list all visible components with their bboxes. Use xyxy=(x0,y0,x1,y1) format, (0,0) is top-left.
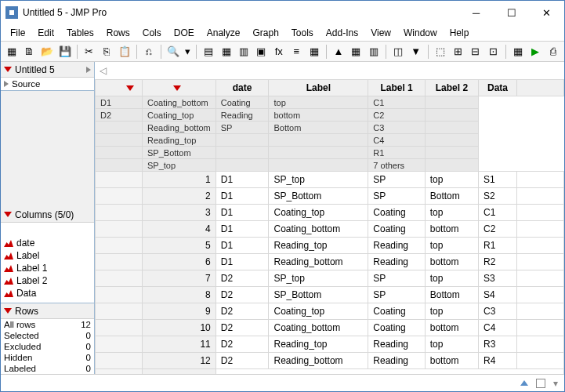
column-item[interactable]: date xyxy=(4,237,91,249)
filter-value[interactable]: Reading_top xyxy=(143,134,216,147)
cell[interactable]: Coating_bottom xyxy=(269,221,368,238)
paste-icon[interactable]: 📋 xyxy=(117,43,132,60)
row-marker[interactable] xyxy=(96,205,143,221)
menu-graph[interactable]: Graph xyxy=(246,24,284,41)
toolbar-btn[interactable]: 📂 xyxy=(39,43,55,60)
table-panel-header[interactable]: Untitled 5 xyxy=(1,62,94,78)
menu-rows[interactable]: Rows xyxy=(100,24,136,41)
menu-tables[interactable]: Tables xyxy=(60,24,100,41)
toolbar-btn[interactable]: ▲ xyxy=(331,43,346,60)
cell[interactable]: Reading_top xyxy=(269,336,368,353)
cell[interactable]: top xyxy=(425,172,478,188)
cell[interactable]: SP xyxy=(368,188,425,205)
cell[interactable]: D2 xyxy=(215,270,269,287)
expand-icon[interactable] xyxy=(86,67,91,73)
filter-value[interactable] xyxy=(269,147,368,159)
row-marker[interactable] xyxy=(96,287,143,303)
copy-icon[interactable]: ⎘ xyxy=(99,43,114,60)
filter-value[interactable]: SP_Bottom xyxy=(143,147,216,159)
filter-value[interactable]: top xyxy=(269,96,368,109)
cell[interactable]: D1 xyxy=(215,254,269,270)
cell[interactable]: top xyxy=(425,270,478,287)
filter-value[interactable] xyxy=(215,134,269,147)
dropdown-icon[interactable]: ▾ xyxy=(553,378,558,389)
row-marker[interactable] xyxy=(96,336,143,353)
toolbar-btn[interactable]: ▦ xyxy=(510,43,526,60)
filter-value[interactable]: R1 xyxy=(368,147,425,159)
column-header[interactable]: Data xyxy=(479,80,517,96)
cell[interactable]: D2 xyxy=(215,287,269,303)
rows-panel-header[interactable]: Rows xyxy=(1,303,94,319)
filter-row[interactable]: D2Coating_topReadingbottomC2 xyxy=(96,109,564,122)
row-stat[interactable]: Hidden0 xyxy=(1,352,94,363)
cell[interactable]: bottom xyxy=(425,320,478,336)
data-grid[interactable]: dateLabelLabel 1Label 2DataD1Coating_bot… xyxy=(95,79,564,374)
filter-value[interactable] xyxy=(215,147,269,159)
table-row[interactable]: 7D2SP_topSPtopS3 xyxy=(96,270,564,287)
toolbar-btn[interactable]: ⊡ xyxy=(485,43,501,60)
filter-value[interactable]: D2 xyxy=(96,109,143,122)
cell[interactable]: D2 xyxy=(215,320,269,336)
table-row[interactable]: 10D2Coating_bottomCoatingbottomC4 xyxy=(96,320,564,336)
filter-row[interactable]: SP_BottomR1 xyxy=(96,147,564,159)
cell[interactable]: D1 xyxy=(215,172,269,188)
filter-value[interactable]: Coating xyxy=(215,96,269,109)
toolbar-btn[interactable]: ⊞ xyxy=(450,43,465,60)
filter-value[interactable]: SP xyxy=(215,122,269,134)
row-number[interactable]: 8 xyxy=(143,287,216,303)
table-row[interactable]: 4D1Coating_bottomCoatingbottomC2 xyxy=(96,221,564,238)
cell[interactable]: SP xyxy=(368,270,425,287)
cell[interactable]: Bottom xyxy=(425,287,478,303)
filter-value[interactable]: Coating_bottom xyxy=(143,96,216,109)
cut-icon[interactable]: ✂ xyxy=(81,43,97,60)
cell[interactable]: Reading xyxy=(368,336,425,353)
filter-value[interactable]: SP_top xyxy=(143,159,216,172)
cell[interactable]: Coating xyxy=(368,221,425,238)
cell[interactable]: SP xyxy=(368,172,425,188)
toolbar-btn[interactable]: 🗎 xyxy=(21,43,37,60)
menu-addins[interactable]: Add-Ins xyxy=(320,24,364,41)
cell[interactable]: D1 xyxy=(215,221,269,238)
cell[interactable]: C3 xyxy=(479,303,517,320)
toolbar-btn[interactable]: ⎙ xyxy=(545,43,560,60)
filter-value[interactable]: Reading_bottom xyxy=(143,122,216,134)
cell[interactable]: top xyxy=(425,303,478,320)
cell[interactable]: top xyxy=(425,238,478,254)
filter-value[interactable] xyxy=(269,159,368,172)
dropdown-icon[interactable]: ▾ xyxy=(183,43,192,60)
minimize-button[interactable]: ─ xyxy=(458,1,494,24)
cell[interactable]: D2 xyxy=(215,303,269,320)
row-marker[interactable] xyxy=(96,254,143,270)
filter-value[interactable] xyxy=(96,134,143,147)
cell[interactable]: C4 xyxy=(479,320,517,336)
collapse-icon[interactable] xyxy=(4,212,12,217)
cell[interactable]: S4 xyxy=(479,287,517,303)
menu-file[interactable]: File xyxy=(4,24,31,41)
toolbar-btn[interactable]: ▤ xyxy=(201,43,216,60)
cell[interactable]: C2 xyxy=(479,221,517,238)
collapse-icon[interactable] xyxy=(4,308,12,314)
cell[interactable]: Coating_top xyxy=(269,205,368,221)
row-number[interactable]: 4 xyxy=(143,221,216,238)
filter-value[interactable] xyxy=(269,134,368,147)
cell[interactable]: S2 xyxy=(479,188,517,205)
collapse-icon[interactable] xyxy=(4,67,12,72)
row-stat[interactable]: Labeled0 xyxy=(1,363,94,374)
table-row[interactable]: 8D2SP_BottomSPBottomS4 xyxy=(96,287,564,303)
cell[interactable]: Coating_bottom xyxy=(269,320,368,336)
column-header[interactable]: date xyxy=(215,80,269,96)
filter-value[interactable]: Bottom xyxy=(269,122,368,134)
row-marker[interactable] xyxy=(96,238,143,254)
table-row[interactable]: 12D2Reading_bottomReadingbottomR4 xyxy=(96,353,564,369)
cell[interactable]: C1 xyxy=(479,205,517,221)
toolbar-btn[interactable]: ⊟ xyxy=(468,43,484,60)
maximize-button[interactable]: ☐ xyxy=(494,1,529,24)
column-header[interactable]: Label 2 xyxy=(425,80,478,96)
cell[interactable]: Coating xyxy=(368,303,425,320)
cell[interactable]: R4 xyxy=(479,353,517,369)
toolbar-btn[interactable]: ⎌ xyxy=(141,43,157,60)
row-number[interactable]: 7 xyxy=(143,270,216,287)
row-marker[interactable] xyxy=(96,320,143,336)
cell[interactable]: Coating_top xyxy=(269,303,368,320)
cell[interactable]: D1 xyxy=(215,205,269,221)
